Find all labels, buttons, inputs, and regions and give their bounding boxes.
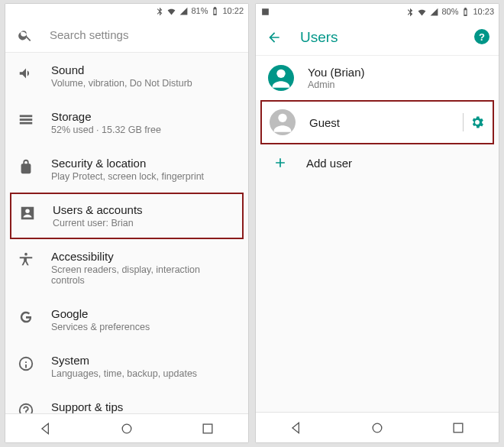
row-title: Support & tips [51,400,231,413]
nav-back-icon[interactable] [38,421,53,436]
gear-icon[interactable] [470,115,485,130]
settings-item-users-accounts[interactable]: Users & accounts Current user: Brian [10,193,244,239]
search-placeholder: Search settings [50,28,128,41]
settings-item-accessibility[interactable]: Accessibility Screen readers, display, i… [5,239,248,296]
svg-point-2 [276,70,285,78]
status-bar: 81% 10:22 [5,4,248,18]
settings-item-system[interactable]: System Languages, time, backup, updates [5,343,248,390]
accessibility-icon [18,251,34,268]
user-name: Guest [309,116,340,129]
nav-bar [5,413,248,442]
storage-icon [18,112,34,128]
page-title: Users [300,29,338,46]
clock: 10:23 [473,7,494,16]
row-title: System [51,354,197,367]
wifi-icon [166,6,176,16]
row-title: Security & location [51,157,204,170]
row-title: Users & accounts [53,203,143,216]
add-user-row[interactable]: Add user [256,144,499,181]
settings-item-storage[interactable]: Storage 52% used · 15.32 GB free [5,99,248,146]
volume-icon [18,65,34,82]
image-icon [260,7,270,17]
nav-home-icon[interactable] [119,421,134,436]
user-name: You (Brian) [308,66,365,79]
status-bar: 80% 10:23 [256,4,499,19]
battery-icon [210,6,220,16]
settings-screen: 81% 10:22 Search settings Sound Volume, … [5,3,249,443]
nav-recent-icon[interactable] [200,421,215,436]
title-bar: Users ? [256,19,499,56]
svg-rect-1 [203,424,212,433]
svg-point-3 [278,114,286,122]
back-arrow-icon[interactable] [267,30,282,45]
clock: 10:22 [222,6,244,15]
account-icon [19,205,36,222]
nav-back-icon[interactable] [289,420,304,436]
bluetooth-icon [154,6,164,16]
battery-pct: 81% [191,6,208,15]
search-icon [18,28,33,43]
help-icon [18,402,34,413]
row-subtitle: Languages, time, backup, updates [51,368,197,379]
user-row-guest[interactable]: Guest [260,100,494,144]
settings-list: Sound Volume, vibration, Do Not Disturb … [5,53,248,413]
nav-bar [256,412,499,442]
lock-icon [18,158,34,175]
settings-item-security[interactable]: Security & location Play Protect, screen… [5,146,248,193]
battery-pct: 80% [441,7,458,16]
battery-icon [460,7,470,17]
row-subtitle: Services & preferences [51,322,150,332]
row-title: Accessibility [51,250,236,263]
row-subtitle: Current user: Brian [53,218,143,228]
user-sub: Admin [308,79,365,90]
settings-item-sound[interactable]: Sound Volume, vibration, Do Not Disturb [5,53,248,99]
add-user-label: Add user [306,157,352,170]
row-title: Storage [51,110,161,123]
google-icon [18,309,34,326]
signal-icon [429,7,439,17]
users-screen: gP 80% 10:23 Users ? You (Brian) Admin [255,3,499,443]
signal-icon [179,6,189,16]
plus-icon [273,155,288,170]
nav-home-icon[interactable] [370,420,385,436]
row-subtitle: Screen readers, display, interaction con… [51,264,236,286]
svg-point-0 [122,424,131,433]
row-title: Google [51,307,150,320]
avatar-icon [270,109,296,135]
row-subtitle: Play Protect, screen lock, fingerprint [51,171,204,182]
settings-item-google[interactable]: Google Services & preferences [5,296,248,343]
users-list: You (Brian) Admin Guest Add user [256,56,499,412]
user-row-current[interactable]: You (Brian) Admin [256,56,499,100]
row-subtitle: Volume, vibration, Do Not Disturb [51,78,192,89]
settings-item-support[interactable]: Support & tips Help articles, phone & ch… [5,390,248,413]
row-title: Sound [51,63,192,76]
svg-point-4 [373,423,382,432]
divider [463,113,464,131]
bluetooth-icon [405,7,415,17]
info-icon [18,355,34,372]
nav-recent-icon[interactable] [451,420,466,436]
search-bar[interactable]: Search settings [5,18,248,53]
svg-rect-5 [454,423,463,432]
wifi-icon [417,7,427,17]
avatar-icon [268,65,294,91]
row-subtitle: 52% used · 15.32 GB free [51,125,161,135]
help-icon[interactable]: ? [474,29,489,44]
